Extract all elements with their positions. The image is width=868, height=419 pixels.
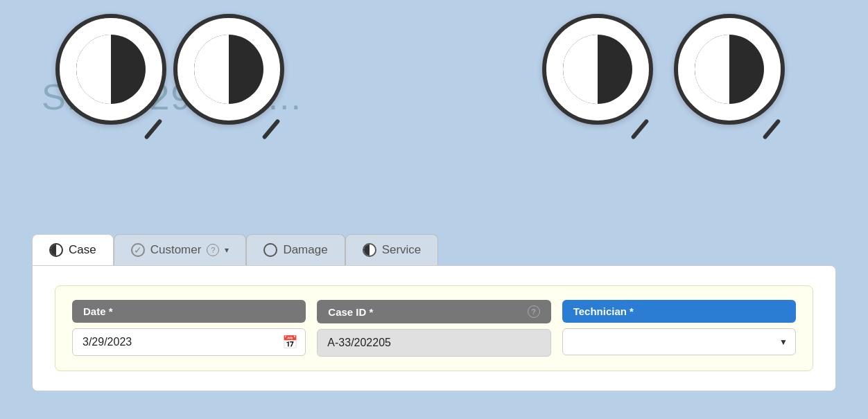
technician-select-wrapper: ▼ [562,328,796,355]
magnifiers-right [542,14,785,125]
technician-label-text: Technician * [573,305,634,317]
caseid-help-icon[interactable]: ? [528,305,540,318]
tab-customer[interactable]: ✓ Customer ? ▾ [114,234,247,265]
caseid-input-wrapper [317,329,550,357]
calendar-icon[interactable]: 📅 [282,335,297,350]
date-input-wrapper: 📅 [72,328,306,356]
service-tab-icon [363,243,376,257]
magnifier-2-inner [194,35,263,104]
magnifiers-left [55,14,284,125]
technician-select[interactable] [562,328,796,355]
caseid-input[interactable] [317,329,550,357]
magnifier-3 [542,14,653,125]
main-content: Case ✓ Customer ? ▾ Damage Service [32,234,836,391]
case-tab-label: Case [69,243,96,257]
caseid-label-text: Case ID * [328,306,373,318]
service-tab-label: Service [382,243,422,257]
tab-bar: Case ✓ Customer ? ▾ Damage Service [32,234,836,265]
date-input[interactable] [72,328,306,356]
form-inner: Date * 📅 Case ID * ? [55,285,813,371]
magnifier-1 [55,14,166,125]
checkmark-icon: ✓ [134,244,142,256]
caseid-field-group: Case ID * ? [317,300,550,357]
tab-damage[interactable]: Damage [246,234,345,265]
form-panel: Date * 📅 Case ID * ? [32,265,836,391]
date-label-text: Date * [83,305,113,317]
customer-chevron-icon[interactable]: ▾ [225,245,229,255]
damage-tab-icon [263,243,277,257]
damage-tab-label: Damage [283,243,327,257]
technician-label: Technician * [562,300,796,323]
date-label: Date * [72,300,306,323]
page-wrapper: SE..../29/202... Case [0,0,868,419]
magnifier-1-inner [76,35,146,104]
date-field-group: Date * 📅 [72,300,306,356]
magnifier-3-inner [563,35,632,104]
case-tab-icon [49,243,63,257]
form-row: Date * 📅 Case ID * ? [72,300,796,357]
tab-service[interactable]: Service [345,234,439,265]
magnifier-4 [674,14,785,125]
tab-case[interactable]: Case [32,234,114,265]
magnifier-2 [173,14,284,125]
customer-tab-icon: ✓ [131,243,145,257]
caseid-label: Case ID * ? [317,300,550,323]
technician-field-group: Technician * ▼ [562,300,796,355]
customer-help-icon[interactable]: ? [207,244,219,256]
magnifier-4-inner [695,35,764,104]
customer-tab-label: Customer [150,243,202,257]
